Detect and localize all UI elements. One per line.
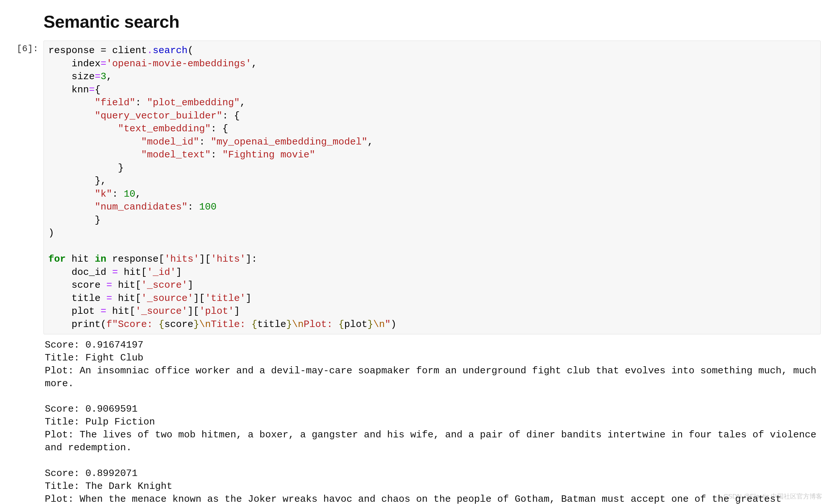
code-kwarg: size <box>72 71 95 82</box>
code-str: "plot_embedding" <box>147 97 240 108</box>
code-key: "k" <box>95 189 112 199</box>
code-esc: \n <box>373 319 385 330</box>
code-flit: Plot: <box>304 319 338 330</box>
code-var: hit <box>118 293 135 304</box>
code-key: "query_vector_builder" <box>95 110 222 121</box>
code-text: = <box>95 71 101 82</box>
code-text: } <box>286 319 292 330</box>
code-esc: \n <box>199 319 211 330</box>
code-input-area[interactable]: response = client.search( index='openai-… <box>44 40 821 334</box>
code-text <box>106 254 112 264</box>
code-text <box>89 254 95 264</box>
code-kwarg: index <box>72 58 101 69</box>
code-num: 10 <box>124 189 135 199</box>
code-text: ) <box>391 319 396 330</box>
code-text: = <box>106 267 124 278</box>
code-finterp: title <box>257 319 286 330</box>
code-keyword: for <box>48 254 66 264</box>
code-text: [ <box>130 306 135 317</box>
code-key: "num_candidates" <box>95 201 187 213</box>
code-var: hit <box>118 280 135 290</box>
code-text: [ <box>135 280 141 290</box>
code-esc: \n <box>292 319 304 330</box>
code-key: "model_text" <box>141 149 211 160</box>
code-var: title <box>72 293 101 304</box>
code-text: { <box>338 319 344 330</box>
code-keyword: in <box>95 254 106 264</box>
code-text: [ <box>141 267 147 278</box>
code-text: : <box>211 149 222 160</box>
code-text: ][ <box>199 254 211 264</box>
code-text: ][ <box>187 306 199 317</box>
code-method: search <box>153 45 187 56</box>
code-text: { <box>159 319 164 330</box>
code-fstr: f" <box>106 319 118 330</box>
code-var: hit <box>124 267 141 278</box>
code-var: client <box>112 45 147 56</box>
code-finterp: score <box>164 319 193 330</box>
code-text: : <box>187 201 199 213</box>
code-text: : <box>112 189 124 199</box>
section-heading: Semantic search <box>44 11 821 31</box>
notebook-page: Semantic search [6]: response = client.s… <box>0 0 832 504</box>
code-key: "model_id" <box>141 137 199 147</box>
code-text: : <box>199 137 211 147</box>
code-text: = <box>101 293 118 304</box>
code-text: . <box>147 45 153 56</box>
code-var: hit <box>72 254 89 264</box>
code-fstr: " <box>385 319 391 330</box>
code-text: = <box>95 306 112 317</box>
watermark-text: CSDN @Elastic 中国社区官方博客 <box>723 492 822 501</box>
code-str: 'hits' <box>164 254 199 264</box>
code-kwarg: knn <box>72 84 89 95</box>
code-text: [ <box>135 293 141 304</box>
code-text: ][ <box>193 293 205 304</box>
code-text: ( <box>101 319 106 330</box>
code-var: hit <box>112 306 130 317</box>
code-text: [ <box>159 254 164 264</box>
code-text: = <box>101 58 106 69</box>
code-finterp: plot <box>344 319 367 330</box>
code-text: { <box>251 319 257 330</box>
code-var: plot <box>72 306 95 317</box>
code-str: '_id' <box>147 267 176 278</box>
cell-output: Score: 0.91674197 Title: Fight Club Plot… <box>44 334 821 504</box>
code-text: = <box>95 45 112 56</box>
code-text: } ) <box>48 215 101 239</box>
code-text: } <box>193 319 199 330</box>
code-str: 'plot' <box>199 306 234 317</box>
code-str: 'hits' <box>211 254 245 264</box>
code-str: 'title' <box>205 293 245 304</box>
code-str: 'openai-movie-embeddings' <box>106 58 251 69</box>
code-key: "field" <box>95 97 135 108</box>
code-var: doc_id <box>72 267 106 278</box>
code-key: "text_embedding" <box>118 123 211 134</box>
code-str: "my_openai_embedding_model" <box>211 137 367 147</box>
code-text: } <box>367 319 373 330</box>
code-func: print <box>72 319 101 330</box>
code-text: : <box>135 97 147 108</box>
code-var: response <box>112 254 159 264</box>
code-text: = <box>101 280 118 290</box>
code-str: '_source' <box>141 293 193 304</box>
code-var: score <box>72 280 101 290</box>
code-text <box>66 254 72 264</box>
code-var: response <box>48 45 95 56</box>
code-num: 100 <box>199 201 216 213</box>
code-flit: Score: <box>118 319 159 330</box>
code-flit: Title: <box>211 319 251 330</box>
code-text: = <box>89 84 95 95</box>
code-num: 3 <box>101 71 106 82</box>
code-str: "Fighting movie" <box>222 149 315 160</box>
code-str: '_score' <box>141 280 187 290</box>
cell-prompt: [6]: <box>11 40 44 54</box>
code-cell: [6]: response = client.search( index='op… <box>11 40 821 334</box>
code-str: '_source' <box>135 306 187 317</box>
